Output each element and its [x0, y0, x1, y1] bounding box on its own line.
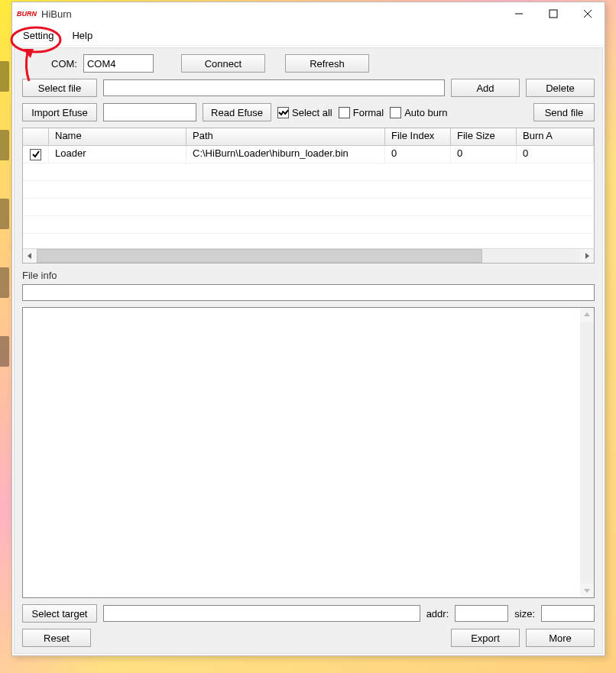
title-bar[interactable]: BURN HiBurn: [12, 2, 605, 25]
col-file-index[interactable]: File Index: [385, 128, 451, 145]
minimize-button[interactable]: [501, 3, 536, 25]
svg-marker-8: [584, 312, 590, 316]
app-logo: BURN: [17, 10, 37, 18]
checkbox-icon: [277, 107, 289, 118]
table-row[interactable]: [23, 199, 594, 216]
hiburn-window: BURN HiBurn Setting Help COM: Connect Re…: [11, 2, 605, 656]
com-row: COM: Connect Refresh: [22, 54, 595, 73]
cell-burn-addr: 0: [517, 146, 594, 163]
scroll-thumb[interactable]: [37, 249, 482, 263]
addr-input[interactable]: [455, 605, 508, 622]
table-row[interactable]: [23, 181, 594, 199]
file-info-field[interactable]: [22, 284, 595, 301]
svg-marker-7: [585, 253, 589, 259]
select-file-row: Select file Add Delete: [22, 79, 595, 97]
com-port-select[interactable]: [83, 54, 154, 73]
menu-setting[interactable]: Setting: [18, 28, 58, 43]
select-target-button[interactable]: Select target: [22, 604, 97, 623]
export-button[interactable]: Export: [451, 629, 520, 647]
file-info-section: File info: [22, 270, 595, 301]
read-efuse-button[interactable]: Read Efuse: [203, 103, 271, 121]
menu-help[interactable]: Help: [67, 28, 97, 43]
cell-name: Loader: [49, 146, 186, 163]
size-label: size:: [514, 608, 535, 620]
scroll-down-icon[interactable]: [580, 584, 594, 597]
checkbox-icon: [339, 107, 350, 118]
maximize-button[interactable]: [536, 3, 570, 25]
com-label: COM:: [51, 58, 77, 70]
horizontal-scrollbar[interactable]: [23, 248, 594, 263]
svg-marker-9: [584, 589, 590, 593]
send-file-button[interactable]: Send file: [533, 103, 595, 121]
content-area: COM: Connect Refresh Select file Add Del…: [14, 47, 603, 654]
svg-marker-6: [28, 253, 31, 259]
scroll-left-icon[interactable]: [23, 249, 37, 263]
col-path[interactable]: Path: [186, 128, 385, 145]
more-button[interactable]: More: [526, 629, 595, 647]
menu-bar: Setting Help: [12, 25, 605, 46]
file-info-label: File info: [22, 270, 595, 281]
col-name[interactable]: Name: [49, 128, 186, 145]
import-efuse-button[interactable]: Import Efuse: [22, 103, 97, 121]
table-body: Loader C:\HiBurn\Loader\hiburn_loader.bi…: [23, 146, 594, 248]
file-path-input[interactable]: [103, 79, 445, 96]
log-output[interactable]: [22, 307, 595, 598]
window-title: HiBurn: [41, 8, 501, 20]
select-all-checkbox[interactable]: Select all: [277, 107, 332, 118]
table-row[interactable]: [23, 163, 594, 181]
file-table: Name Path File Index File Size Burn A Lo…: [22, 128, 595, 264]
col-file-size[interactable]: File Size: [451, 128, 517, 145]
footer-row: Reset Export More: [22, 629, 595, 647]
table-row[interactable]: Loader C:\HiBurn\Loader\hiburn_loader.bi…: [23, 146, 594, 163]
table-row[interactable]: [23, 216, 594, 234]
add-button[interactable]: Add: [451, 79, 520, 97]
select-file-button[interactable]: Select file: [22, 79, 97, 97]
efuse-select[interactable]: [103, 103, 196, 121]
checkbox-icon: [390, 107, 401, 118]
auto-burn-checkbox[interactable]: Auto burn: [390, 107, 447, 118]
efuse-row: Import Efuse Read Efuse Select all Forma…: [22, 103, 595, 121]
scroll-right-icon[interactable]: [580, 249, 594, 263]
auto-burn-label: Auto burn: [404, 107, 447, 118]
formal-label: Formal: [353, 107, 384, 118]
connect-button[interactable]: Connect: [181, 54, 265, 73]
refresh-button[interactable]: Refresh: [285, 54, 369, 73]
scroll-up-icon[interactable]: [580, 308, 594, 322]
size-input[interactable]: [541, 605, 595, 622]
cell-file-index: 0: [385, 146, 451, 163]
svg-rect-1: [550, 10, 557, 18]
col-burn-addr[interactable]: Burn A: [517, 128, 594, 145]
scroll-track[interactable]: [580, 322, 594, 584]
close-button[interactable]: [570, 3, 605, 25]
select-all-label: Select all: [292, 107, 332, 118]
reset-button[interactable]: Reset: [22, 629, 91, 647]
addr-label: addr:: [426, 608, 449, 620]
target-row: Select target addr: size:: [22, 604, 595, 623]
target-input[interactable]: [103, 605, 420, 622]
table-header: Name Path File Index File Size Burn A: [23, 128, 594, 146]
scroll-track[interactable]: [37, 249, 580, 263]
row-checkbox[interactable]: [30, 149, 41, 160]
delete-button[interactable]: Delete: [526, 79, 595, 97]
table-row[interactable]: [23, 234, 594, 248]
vertical-scrollbar[interactable]: [580, 308, 594, 597]
cell-file-size: 0: [451, 146, 517, 163]
cell-path: C:\HiBurn\Loader\hiburn_loader.bin: [186, 146, 385, 163]
formal-checkbox[interactable]: Formal: [339, 107, 384, 118]
col-check[interactable]: [23, 128, 49, 145]
